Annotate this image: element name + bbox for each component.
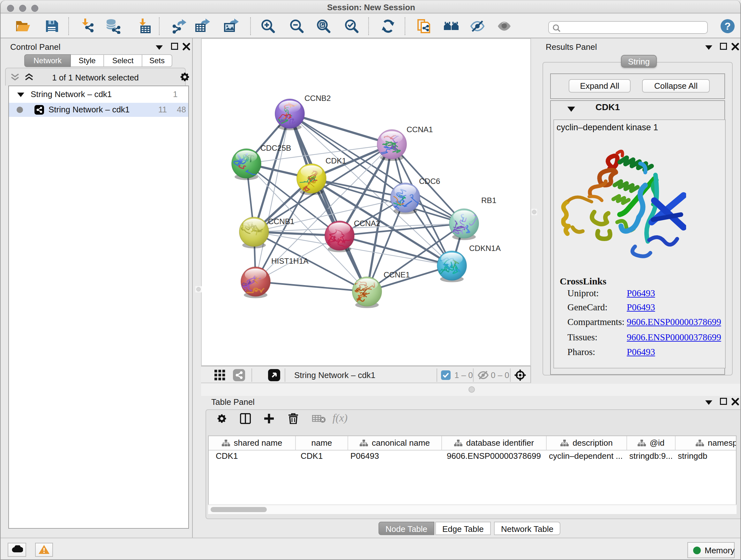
svg-text:CCNB1: CCNB1 bbox=[268, 217, 294, 226]
svg-text:CDK1: CDK1 bbox=[326, 157, 346, 165]
svg-text:CCNA2: CCNA2 bbox=[354, 219, 381, 228]
svg-text:CDKN1A: CDKN1A bbox=[469, 244, 501, 253]
svg-text:CCNB2: CCNB2 bbox=[305, 94, 331, 103]
svg-text:RB1: RB1 bbox=[481, 196, 496, 205]
svg-text:CCNE1: CCNE1 bbox=[384, 270, 410, 279]
svg-text:HIST1H1A: HIST1H1A bbox=[271, 257, 309, 265]
svg-text:CDC25B: CDC25B bbox=[260, 144, 291, 152]
svg-text:CCNA1: CCNA1 bbox=[407, 125, 433, 134]
svg-text:CDC6: CDC6 bbox=[419, 177, 440, 186]
